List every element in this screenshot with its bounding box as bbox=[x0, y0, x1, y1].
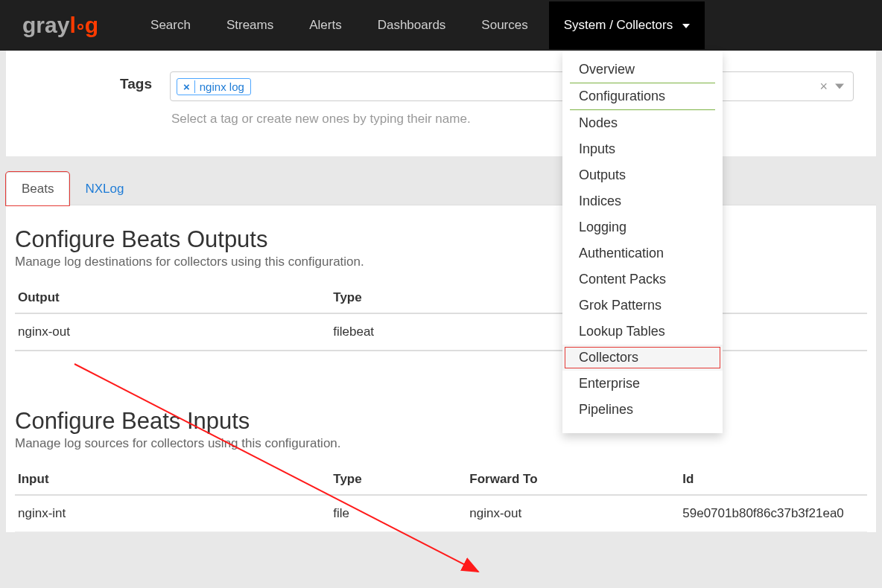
inputs-header-id: Id bbox=[679, 464, 867, 495]
input-name: nginx-int bbox=[15, 495, 330, 532]
outputs-header-output: Output bbox=[15, 283, 330, 313]
dropdown-authentication[interactable]: Authentication bbox=[562, 240, 723, 266]
inputs-subtitle: Manage log sources for collectors using … bbox=[15, 436, 867, 451]
tag-remove-icon[interactable]: × bbox=[183, 80, 195, 93]
logo-text-l: l bbox=[69, 13, 75, 38]
outputs-table: Output Type nginx-out filebeat bbox=[15, 283, 867, 351]
tag-chip-text: nginx log bbox=[200, 80, 244, 93]
dropdown-logging[interactable]: Logging bbox=[562, 214, 723, 240]
tabs: Beats NXLog bbox=[6, 171, 876, 205]
caret-down-icon bbox=[682, 24, 690, 28]
logo-dot-icon bbox=[77, 24, 83, 30]
tags-section: Tags × nginx log × Select a tag or creat… bbox=[6, 51, 876, 156]
table-row[interactable]: nginx-out filebeat bbox=[15, 313, 867, 351]
navbar: gray l g Search Streams Alerts Dashboard… bbox=[0, 0, 882, 51]
nav-streams[interactable]: Streams bbox=[226, 1, 273, 49]
tags-input[interactable]: × nginx log × bbox=[170, 71, 854, 101]
dropdown-enterprise[interactable]: Enterprise bbox=[562, 371, 723, 397]
dropdown-configurations[interactable]: Configurations bbox=[570, 83, 715, 110]
tags-help-text: Select a tag or create new ones by typin… bbox=[171, 112, 854, 127]
dropdown-overview[interactable]: Overview bbox=[570, 57, 715, 83]
nav-items: Search Streams Alerts Dashboards Sources… bbox=[150, 1, 690, 49]
nav-sources[interactable]: Sources bbox=[481, 1, 527, 49]
nav-alerts[interactable]: Alerts bbox=[309, 1, 341, 49]
tab-beats[interactable]: Beats bbox=[6, 172, 69, 205]
logo-text-gray: gray bbox=[22, 13, 69, 38]
inputs-title: Configure Beats Inputs bbox=[15, 408, 867, 435]
outputs-subtitle: Manage log destinations for collectors u… bbox=[15, 255, 867, 269]
dropdown-indices[interactable]: Indices bbox=[562, 188, 723, 214]
logo[interactable]: gray l g bbox=[22, 13, 98, 38]
dropdown-inputs[interactable]: Inputs bbox=[562, 136, 723, 162]
panel: Configure Beats Outputs Manage log desti… bbox=[6, 205, 876, 532]
tag-chip: × nginx log bbox=[177, 78, 251, 95]
dropdown-content-packs[interactable]: Content Packs bbox=[562, 266, 723, 293]
tab-nxlog[interactable]: NXLog bbox=[69, 172, 139, 205]
dropdown-pipelines[interactable]: Pipelines bbox=[562, 397, 723, 423]
dropdown-grok-patterns[interactable]: Grok Patterns bbox=[562, 293, 723, 319]
nav-system-label: System / Collectors bbox=[564, 18, 673, 32]
inputs-header-forward: Forward To bbox=[466, 464, 679, 495]
input-forward: nginx-out bbox=[466, 495, 679, 532]
nav-system-collectors[interactable]: System / Collectors bbox=[549, 1, 705, 49]
tags-caret-icon[interactable] bbox=[835, 84, 844, 89]
inputs-header-type: Type bbox=[330, 464, 466, 495]
table-row[interactable]: nginx-int file nginx-out 59e0701b80f86c3… bbox=[15, 495, 867, 532]
logo-text-g: g bbox=[85, 13, 98, 38]
dropdown-lookup-tables[interactable]: Lookup Tables bbox=[562, 319, 723, 345]
tags-label: Tags bbox=[28, 71, 170, 92]
tags-clear-icon[interactable]: × bbox=[819, 79, 828, 95]
nav-dashboards[interactable]: Dashboards bbox=[378, 1, 446, 49]
system-dropdown: Overview Configurations Nodes Inputs Out… bbox=[562, 51, 723, 433]
dropdown-collectors[interactable]: Collectors bbox=[562, 345, 723, 371]
dropdown-nodes[interactable]: Nodes bbox=[562, 110, 723, 136]
outputs-title: Configure Beats Outputs bbox=[15, 226, 867, 253]
inputs-table: Input Type Forward To Id nginx-int file … bbox=[15, 464, 867, 532]
nav-search[interactable]: Search bbox=[150, 1, 191, 49]
output-name: nginx-out bbox=[15, 313, 330, 351]
dropdown-outputs[interactable]: Outputs bbox=[562, 162, 723, 188]
inputs-header-input: Input bbox=[15, 464, 330, 495]
input-id: 59e0701b80f86c37b3f21ea0 bbox=[679, 495, 867, 532]
input-type: file bbox=[330, 495, 466, 532]
main-area: Beats NXLog Configure Beats Outputs Mana… bbox=[6, 171, 876, 532]
